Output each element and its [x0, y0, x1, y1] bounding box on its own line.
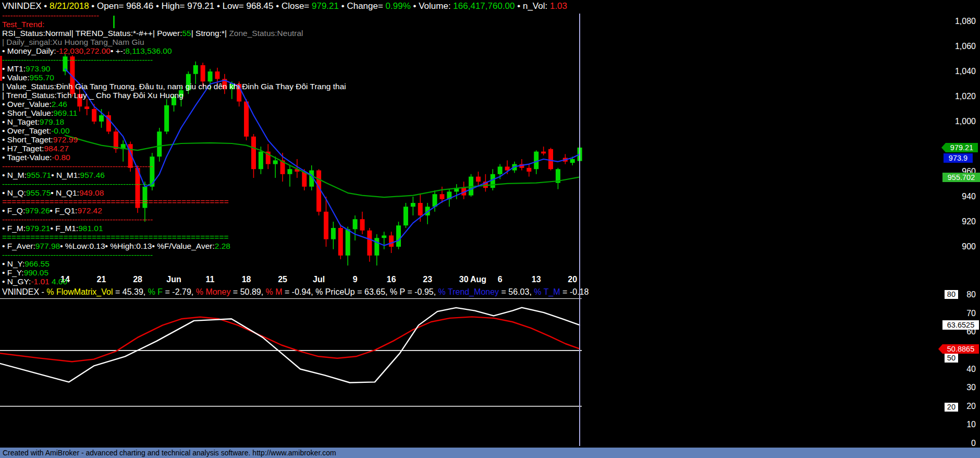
text-segment: • %F/Value_Aver: — [152, 242, 214, 250]
text-segment: • Short_Value: — [2, 109, 53, 117]
text-segment: ----------------------------------------… — [2, 55, 153, 64]
overlay-line: • MT1:973.90 — [2, 64, 346, 73]
candle-body — [367, 231, 372, 256]
text-segment: • Short_Taget: — [2, 135, 53, 144]
tag-arrow-icon — [938, 344, 942, 354]
price-marker-tag: 973.9 — [944, 153, 973, 163]
text-segment: Test_Trend: — [2, 20, 44, 29]
text-segment: -0.80 — [52, 153, 70, 162]
red_line — [0, 317, 580, 361]
text-segment: • N_M1: — [51, 171, 80, 179]
text-segment: 4.00 — [50, 277, 67, 286]
text-segment: • Over_Taget: — [2, 126, 51, 135]
text-segment: • N_Taget: — [2, 117, 40, 126]
overlay-line: • N_Taget:979.18 — [2, 117, 346, 126]
y-axis-label: 900 — [929, 242, 976, 251]
overlay-line: • Over_Value:2.46 — [2, 100, 346, 109]
text-segment: 984.27 — [44, 144, 68, 153]
text-segment: VNINDEX • — [2, 1, 50, 11]
text-segment: = 63.65, — [355, 287, 390, 296]
overlay-line: • N_GY:-1.01 4.00 — [2, 277, 346, 286]
price-marker-tag: 63.6525 — [942, 320, 979, 330]
y-axis-label: 30 — [929, 383, 976, 392]
text-segment: | Strong:*| — [191, 29, 229, 38]
text-segment: % Trend_Money — [438, 287, 499, 296]
candle-body — [570, 159, 575, 163]
candle-body — [498, 166, 503, 174]
y-axis-label: 40 — [929, 365, 976, 374]
overlay-line: ----------------------------------------… — [2, 250, 346, 259]
text-segment: ----------------------------------------… — [2, 250, 153, 259]
candle-body — [403, 207, 408, 225]
text-segment: 2.28 — [215, 242, 230, 250]
text-segment: ----------------------------------------… — [2, 162, 153, 171]
text-segment: 8,113,536.00 — [125, 46, 172, 55]
text-segment: % FlowMatrix_Vol — [46, 287, 113, 296]
overlay-line: ========================================… — [2, 233, 346, 242]
date-tick-label: 16 — [376, 275, 407, 284]
text-segment: • F_Aver: — [2, 242, 35, 250]
candle-body — [353, 219, 358, 229]
text-segment: 0.13 — [136, 242, 152, 250]
overlay-line: • F_Y:990.05 — [2, 268, 346, 277]
text-segment: = 45.39, — [113, 287, 148, 296]
candle-body — [346, 229, 350, 255]
text-segment: 166,417,760.00 — [453, 1, 514, 11]
text-segment: • Change= — [339, 1, 386, 11]
text-segment: • F_Q1: — [50, 206, 78, 215]
candle-body — [439, 194, 444, 199]
text-segment: • %High: — [105, 242, 137, 250]
overlay-line: • F_Aver:977.98• %Low:0.13• %High:0.13• … — [2, 242, 346, 250]
date-tick-label: 6 — [484, 275, 516, 284]
date-tick-label: 23 — [412, 275, 443, 284]
overlay-line: • Short_Value:969.11 — [2, 109, 346, 117]
text-segment: • +-: — [111, 46, 125, 55]
text-segment: ========================================… — [2, 197, 228, 206]
price-axis[interactable]: 1,0801,0601,0401,0201,000960940920900979… — [907, 0, 980, 448]
text-segment: | Trend_Status:Tich Luy _ Cho Thay Đôi X… — [2, 91, 183, 100]
text-segment: = -0.18 — [560, 287, 589, 296]
candle-body — [389, 235, 394, 247]
overlay-line: ----------------------------------------… — [2, 179, 346, 188]
oscillator-level-box: 20 — [945, 403, 958, 412]
text-segment: | Daily_singal:Xu Huong Tang_Nam Giu — [2, 38, 144, 46]
y-axis-label: 920 — [929, 217, 976, 226]
text-segment: = 50.89, — [230, 287, 265, 296]
white_line — [0, 308, 580, 383]
overlay-line: ------------------------------------ — [2, 11, 346, 20]
overlay-line: | Trend_Status:Tich Luy _ Cho Thay Đôi X… — [2, 91, 346, 100]
candle-body — [541, 152, 546, 154]
candle-body — [360, 219, 365, 231]
text-segment: 973.90 — [26, 64, 50, 73]
text-segment: 0.99% — [386, 1, 411, 11]
candle-body — [548, 149, 553, 169]
text-segment: 979.26 — [25, 206, 50, 215]
text-segment: • F_M: — [2, 224, 26, 233]
status-bar: Created with AmiBroker - advanced charti… — [0, 448, 980, 458]
text-segment: • F_Q: — [2, 206, 25, 215]
y-axis-label: 70 — [929, 309, 976, 318]
candle-body — [526, 168, 531, 172]
candle-wick — [543, 147, 544, 155]
text-segment: • N_Y: — [2, 259, 24, 268]
candle-body — [411, 203, 415, 207]
amibroker-window: VNINDEX • 8/21/2018 • Open= 968.46 • Hig… — [0, 0, 980, 458]
text-segment: • Money_Daily: — [2, 46, 56, 55]
text-segment: • Open= 968.46 • High= 979.21 • Low= 968… — [89, 1, 312, 11]
text-segment: 955.75 — [26, 188, 51, 197]
text-segment: • F_M1: — [50, 224, 78, 233]
candle-body — [382, 235, 386, 238]
text-segment: 979.21 — [26, 224, 50, 233]
oscillator-level-box: 50 — [945, 354, 958, 363]
text-segment: • N_M: — [2, 171, 27, 179]
indicator-overlay: ------------------------------------Test… — [2, 11, 346, 286]
text-segment: • N_GY: — [2, 277, 31, 286]
overlay-line: • Short_Taget:972.99 — [2, 135, 346, 144]
text-segment: 55 — [182, 29, 191, 38]
text-segment: • Volume: — [411, 1, 454, 11]
overlay-line: • N_Q:955.75• N_Q1:949.08 — [2, 188, 346, 197]
price-marker-tag: 979.21 — [946, 143, 978, 152]
overlay-line: • Value:955.70 — [2, 73, 346, 82]
candle-body — [534, 152, 538, 170]
candle-body — [469, 177, 473, 196]
